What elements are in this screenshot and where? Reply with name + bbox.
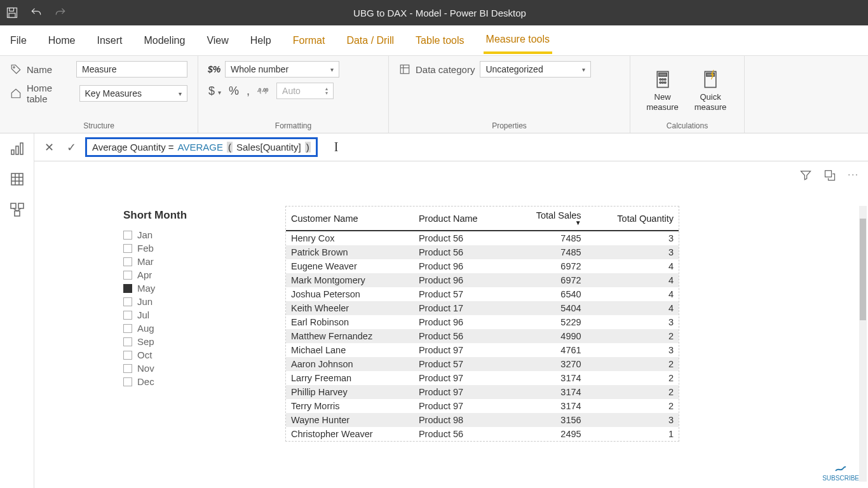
checkbox-icon xyxy=(123,311,132,320)
svg-rect-10 xyxy=(658,73,667,76)
hometable-select[interactable]: Key Measures▾ xyxy=(79,85,187,102)
table-row[interactable]: Wayne HunterProduct 9831563 xyxy=(286,413,679,427)
calculator-icon xyxy=(651,68,674,91)
table-row[interactable]: Aaron JohnsonProduct 5732702 xyxy=(286,357,679,371)
table-row[interactable]: Larry FreemanProduct 9731742 xyxy=(286,371,679,385)
tab-measuretools[interactable]: Measure tools xyxy=(484,27,553,54)
data-view-icon[interactable] xyxy=(7,169,27,189)
new-measure-button[interactable]: New measure xyxy=(641,65,684,114)
name-label: Name xyxy=(27,64,52,75)
more-options-icon[interactable]: ··· xyxy=(848,169,859,184)
decimals-input[interactable]: Auto▴▾ xyxy=(276,83,334,99)
focus-mode-icon[interactable] xyxy=(824,169,836,184)
checkbox-icon xyxy=(123,337,132,346)
tab-format[interactable]: Format xyxy=(290,29,328,53)
formula-bar[interactable]: ✕ ✓ Average Quantity = AVERAGE( Sales[Qu… xyxy=(34,133,868,161)
table-row[interactable]: Terry MorrisProduct 9731742 xyxy=(286,399,679,413)
formatting-group-label: Formatting xyxy=(208,119,378,130)
datacat-select[interactable]: Uncategorized▾ xyxy=(480,61,591,78)
checkbox-icon xyxy=(123,364,132,373)
table-row[interactable]: Christopher WeaverProduct 5624951 xyxy=(286,427,679,441)
data-table[interactable]: Customer NameProduct NameTotal Sales▼Tot… xyxy=(285,206,679,442)
decimal-icon[interactable]: .0.00 xyxy=(257,85,269,97)
hometable-label: Home table xyxy=(27,83,74,104)
currency-button[interactable]: $ ▾ xyxy=(208,85,221,98)
table-row[interactable]: Phillip HarveyProduct 9731742 xyxy=(286,385,679,399)
name-input[interactable]: Measure xyxy=(76,61,187,78)
comma-button[interactable]: , xyxy=(247,85,250,98)
svg-point-12 xyxy=(661,79,663,81)
tab-file[interactable]: File xyxy=(8,29,29,53)
report-view-icon[interactable] xyxy=(7,139,27,159)
slicer-item[interactable]: Feb xyxy=(123,241,263,255)
datacat-label: Data category xyxy=(416,64,475,75)
filter-icon[interactable] xyxy=(799,169,812,184)
tab-view[interactable]: View xyxy=(204,29,231,53)
checkbox-icon xyxy=(123,231,132,240)
table-row[interactable]: Michael LaneProduct 9747613 xyxy=(286,343,679,357)
slicer-item-label: Jan xyxy=(137,229,153,240)
slicer-item[interactable]: May xyxy=(123,281,263,295)
model-view-icon[interactable] xyxy=(7,200,27,220)
slicer-item[interactable]: Jul xyxy=(123,308,263,322)
svg-rect-6 xyxy=(400,65,409,74)
slicer-item[interactable]: Oct xyxy=(123,348,263,362)
formula-highlight: Average Quantity = AVERAGE( Sales[Quanti… xyxy=(85,137,318,157)
column-header[interactable]: Total Quantity xyxy=(587,207,679,231)
table-row[interactable]: Patrick BrownProduct 5674853 xyxy=(286,245,679,259)
table-row[interactable]: Mark MontgomeryProduct 9669724 xyxy=(286,273,679,287)
table-row[interactable]: Earl RobinsonProduct 9652293 xyxy=(286,315,679,329)
slicer-item-label: Apr xyxy=(137,269,152,280)
slicer-item[interactable]: Jun xyxy=(123,295,263,308)
table-row[interactable]: Eugene WeaverProduct 9669724 xyxy=(286,259,679,273)
visual-action-bar: ··· xyxy=(799,169,859,184)
tab-modeling[interactable]: Modeling xyxy=(141,29,187,53)
svg-rect-32 xyxy=(825,171,832,177)
slicer-item-label: May xyxy=(137,283,155,294)
cancel-icon[interactable]: ✕ xyxy=(41,140,58,154)
table-row[interactable]: Henry CoxProduct 5674853 xyxy=(286,231,679,245)
format-select[interactable]: Whole number▾ xyxy=(225,61,339,78)
checkbox-icon xyxy=(123,284,132,293)
slicer-item[interactable]: Aug xyxy=(123,322,263,335)
tag-icon xyxy=(10,64,22,75)
quick-measure-button[interactable]: Quick measure xyxy=(687,65,734,114)
ribbon: Name Measure Home table Key Measures▾ St… xyxy=(0,56,868,133)
format-icon: $% xyxy=(208,64,220,75)
vertical-scrollbar[interactable] xyxy=(859,206,867,482)
chevron-down-icon: ▾ xyxy=(179,90,182,97)
slicer-item[interactable]: Sep xyxy=(123,335,263,348)
slicer-item[interactable]: Mar xyxy=(123,255,263,268)
table-row[interactable]: Matthew FernandezProduct 5649902 xyxy=(286,329,679,343)
formula-prefix: Average Quantity = xyxy=(92,142,174,152)
tab-datadrill[interactable]: Data / Drill xyxy=(344,29,397,53)
svg-point-15 xyxy=(661,82,663,84)
tab-insert[interactable]: Insert xyxy=(94,29,125,53)
percent-button[interactable]: % xyxy=(229,85,239,98)
tab-home[interactable]: Home xyxy=(46,29,78,53)
slicer-item-label: Feb xyxy=(137,243,154,254)
commit-icon[interactable]: ✓ xyxy=(63,140,80,154)
table-row[interactable]: Joshua PetersonProduct 5765404 xyxy=(286,287,679,301)
slicer-item[interactable]: Dec xyxy=(123,375,263,388)
checkbox-icon xyxy=(123,244,132,253)
svg-rect-29 xyxy=(15,211,20,216)
svg-point-3 xyxy=(13,67,15,68)
column-header[interactable]: Customer Name xyxy=(286,207,414,231)
svg-text:.0: .0 xyxy=(257,88,261,92)
slicer-item-label: Jun xyxy=(137,296,153,307)
column-header[interactable]: Total Sales▼ xyxy=(510,207,587,231)
svg-point-11 xyxy=(660,79,661,81)
slicer-item-label: Mar xyxy=(137,256,154,267)
tab-help[interactable]: Help xyxy=(248,29,274,53)
slicer-item[interactable]: Apr xyxy=(123,268,263,281)
slicer-item-label: Jul xyxy=(137,309,149,320)
column-header[interactable]: Product Name xyxy=(414,207,510,231)
slicer-item[interactable]: Nov xyxy=(123,362,263,375)
tab-tabletools[interactable]: Table tools xyxy=(413,29,467,53)
slicer-item[interactable]: Jan xyxy=(123,228,263,241)
svg-rect-19 xyxy=(11,150,14,154)
window-title: UBG to DAX - Model - Power BI Desktop xyxy=(17,8,863,18)
table-row[interactable]: Keith WheelerProduct 1754044 xyxy=(286,301,679,315)
view-bar xyxy=(0,133,34,488)
